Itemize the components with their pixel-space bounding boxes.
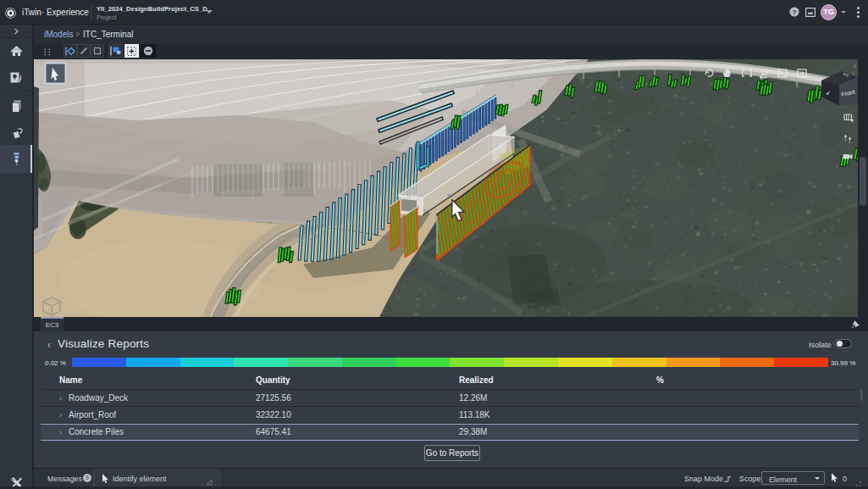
svg-text:?: ? [793, 8, 797, 16]
svg-text:9: 9 [86, 475, 89, 481]
